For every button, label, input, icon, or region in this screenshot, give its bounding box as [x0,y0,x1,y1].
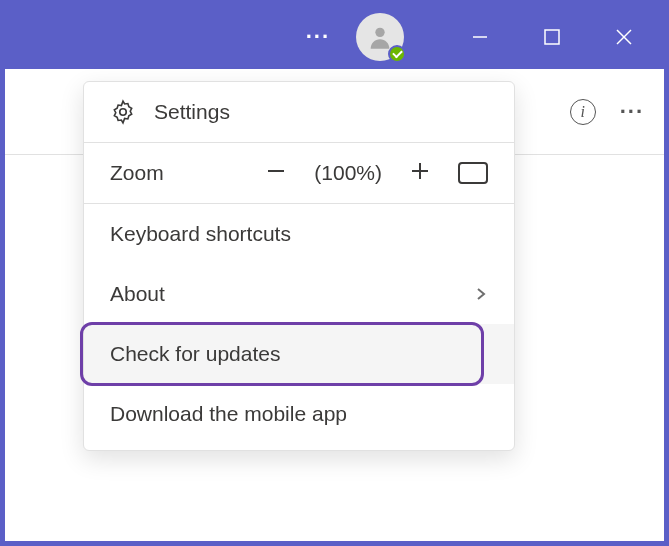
svg-point-0 [375,28,384,37]
menu-label-about: About [110,282,165,306]
svg-point-5 [120,109,127,116]
menu-label-download-mobile: Download the mobile app [110,402,347,426]
zoom-in-button[interactable] [410,161,430,186]
menu-item-download-mobile[interactable]: Download the mobile app [84,384,514,444]
minimize-button[interactable] [448,5,512,69]
svg-rect-2 [545,30,559,44]
title-bar: ··· [5,5,664,69]
titlebar-more-icon[interactable]: ··· [306,24,330,50]
gear-icon [110,99,136,125]
maximize-button[interactable] [520,5,584,69]
zoom-out-button[interactable] [266,161,286,186]
avatar[interactable] [356,13,404,61]
close-button[interactable] [592,5,656,69]
chevron-right-icon [474,282,488,306]
menu-label-check-updates: Check for updates [110,342,280,366]
zoom-label: Zoom [110,161,164,185]
menu-item-zoom: Zoom (100%) [84,143,514,203]
content-area: i ··· Settings Zoom (100%) [5,69,664,541]
presence-available-icon [388,45,406,63]
info-icon[interactable]: i [570,99,596,125]
menu-label-settings: Settings [154,100,230,124]
toolbar-more-icon[interactable]: ··· [620,99,644,125]
menu-item-about[interactable]: About [84,264,514,324]
zoom-value: (100%) [314,161,382,185]
fullscreen-icon[interactable] [458,162,488,184]
menu-item-keyboard-shortcuts[interactable]: Keyboard shortcuts [84,204,514,264]
menu-label-keyboard-shortcuts: Keyboard shortcuts [110,222,291,246]
menu-item-settings[interactable]: Settings [84,82,514,142]
menu-item-check-updates[interactable]: Check for updates [84,324,514,384]
settings-dropdown: Settings Zoom (100%) Keyboard shortcuts … [83,81,515,451]
